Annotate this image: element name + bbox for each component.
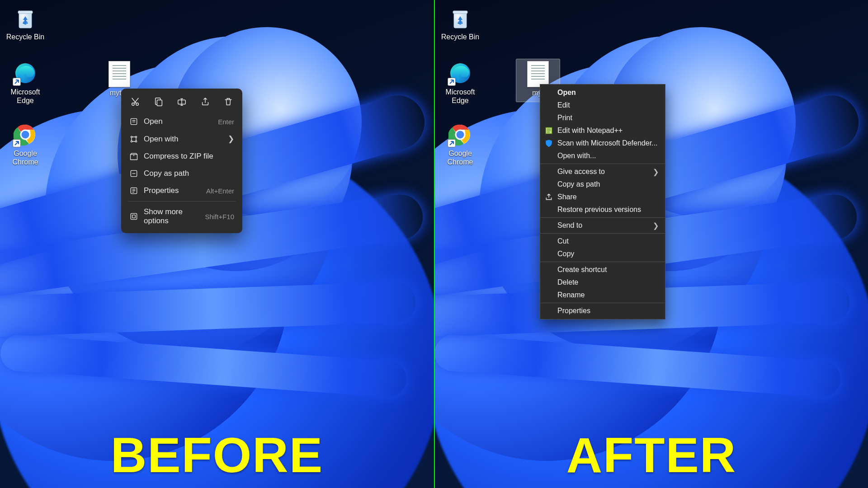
desktop-icon-label: Recycle Bin <box>6 33 44 41</box>
shortcut-overlay-icon <box>448 139 456 147</box>
menu-item-properties[interactable]: Properties Alt+Enter <box>125 182 239 199</box>
svg-rect-19 <box>132 215 136 218</box>
desktop-icon-label: Recycle Bin <box>441 33 479 41</box>
menu-item-label: Scan with Microsoft Defender... <box>557 139 659 147</box>
menu-item-edit-notepadpp[interactable]: Edit with Notepad++ <box>540 124 665 137</box>
menu-separator <box>540 164 665 164</box>
desktop-icon-edge[interactable]: Microsoft Edge <box>3 61 48 105</box>
menu-item-label: Restore previous versions <box>557 206 659 214</box>
zip-icon <box>129 152 138 161</box>
copy-path-icon <box>129 169 138 178</box>
desktop-icon-recycle-bin[interactable]: Recycle Bin <box>3 5 48 41</box>
rename-button[interactable] <box>174 94 189 109</box>
share-icon <box>545 193 553 201</box>
menu-item-label: Cut <box>557 237 659 245</box>
menu-item-shortcut: Enter <box>218 118 234 126</box>
share-button[interactable] <box>198 94 213 109</box>
menu-item-copy[interactable]: Copy <box>540 248 665 260</box>
menu-item-label: Delete <box>557 278 659 286</box>
edge-icon <box>448 61 473 86</box>
svg-point-7 <box>132 103 135 106</box>
desktop-icon-label: Microsoft Edge <box>438 88 483 105</box>
recycle-bin-icon <box>13 5 38 31</box>
svg-point-15 <box>135 141 137 142</box>
menu-item-give-access[interactable]: Give access to ❯ <box>540 165 665 178</box>
menu-item-create-shortcut[interactable]: Create shortcut <box>540 263 665 276</box>
menu-item-send-to[interactable]: Send to ❯ <box>540 219 665 232</box>
menu-item-restore-versions[interactable]: Restore previous versions <box>540 203 665 216</box>
caption-after: AFTER <box>566 426 737 483</box>
delete-button[interactable] <box>221 94 236 109</box>
open-icon <box>129 117 138 126</box>
menu-item-label: Open with... <box>557 152 659 160</box>
menu-item-print[interactable]: Print <box>540 112 665 124</box>
shortcut-overlay-icon <box>13 139 21 147</box>
svg-point-8 <box>136 103 139 106</box>
menu-item-open-with[interactable]: Open with ❯ <box>125 130 239 148</box>
menu-item-label: Create shortcut <box>557 266 659 274</box>
menu-item-show-more[interactable]: Show more options Shift+F10 <box>125 203 239 230</box>
svg-rect-11 <box>131 118 137 124</box>
chevron-right-icon: ❯ <box>228 134 234 144</box>
panel-before: Recycle Bin Microsoft Edge Google Chrome… <box>0 0 434 488</box>
menu-item-copy-as-path[interactable]: Copy as path <box>540 178 665 191</box>
menu-item-label: Give access to <box>557 168 648 176</box>
menu-item-label: Copy <box>557 250 659 258</box>
caption-before: BEFORE <box>111 426 323 483</box>
desktop-icon-edge[interactable]: Microsoft Edge <box>438 61 483 105</box>
copy-button[interactable] <box>151 94 166 109</box>
wallpaper-left <box>0 0 434 488</box>
menu-separator <box>540 233 665 234</box>
menu-item-label: Open <box>144 117 212 126</box>
svg-rect-9 <box>157 100 162 106</box>
svg-rect-18 <box>131 213 137 219</box>
menu-item-label: Rename <box>557 291 659 299</box>
menu-item-open-with[interactable]: Open with... <box>540 150 665 162</box>
menu-item-label: Open with <box>144 135 222 144</box>
menu-item-open[interactable]: Open Enter <box>125 113 239 130</box>
menu-item-label: Send to <box>557 221 648 230</box>
properties-icon <box>129 186 138 195</box>
menu-item-open[interactable]: Open <box>540 86 665 99</box>
menu-item-delete[interactable]: Delete <box>540 276 665 289</box>
menu-item-label: Properties <box>557 307 659 315</box>
menu-item-properties[interactable]: Properties <box>540 305 665 317</box>
text-file-icon <box>525 61 551 87</box>
menu-item-label: Open <box>557 89 659 97</box>
menu-item-copy-as-path[interactable]: Copy as path <box>125 165 239 182</box>
menu-item-shortcut: Shift+F10 <box>205 213 234 221</box>
chevron-right-icon: ❯ <box>653 221 659 230</box>
svg-point-12 <box>131 136 132 137</box>
menu-item-shortcut: Alt+Enter <box>206 187 234 195</box>
menu-separator <box>540 303 665 303</box>
desktop-icon-chrome[interactable]: Google Chrome <box>3 122 48 166</box>
desktop-icon-chrome[interactable]: Google Chrome <box>438 122 483 166</box>
menu-item-compress-zip[interactable]: Compress to ZIP file <box>125 148 239 165</box>
menu-item-label: Print <box>557 114 659 122</box>
menu-item-edit[interactable]: Edit <box>540 99 665 112</box>
svg-point-14 <box>131 141 132 142</box>
shortcut-overlay-icon <box>13 78 21 86</box>
recycle-bin-icon <box>448 5 473 31</box>
notepadpp-icon <box>545 127 553 135</box>
svg-point-13 <box>135 136 137 137</box>
menu-item-scan-defender[interactable]: Scan with Microsoft Defender... <box>540 137 665 150</box>
menu-item-rename[interactable]: Rename <box>540 289 665 301</box>
desktop-icon-recycle-bin[interactable]: Recycle Bin <box>438 5 483 41</box>
menu-item-share[interactable]: Share <box>540 191 665 203</box>
menu-item-label: Copy as path <box>557 180 659 188</box>
menu-item-label: Share <box>557 193 659 201</box>
panel-after: Recycle Bin Microsoft Edge Google Chrome… <box>434 0 868 488</box>
cut-button[interactable] <box>127 94 143 109</box>
menu-item-label: Show more options <box>144 207 199 225</box>
menu-item-label: Copy as path <box>144 169 234 178</box>
text-file-icon <box>107 61 132 87</box>
menu-item-cut[interactable]: Cut <box>540 235 665 248</box>
menu-item-label: Properties <box>144 186 201 195</box>
open-with-icon <box>129 135 138 144</box>
menu-separator <box>127 201 236 202</box>
context-menu-win11: Open Enter Open with ❯ Compress to ZIP f… <box>121 89 242 233</box>
desktop-icon-label: Google Chrome <box>3 149 48 166</box>
desktop-icon-label: Google Chrome <box>438 149 483 166</box>
menu-item-label: Compress to ZIP file <box>144 152 234 161</box>
